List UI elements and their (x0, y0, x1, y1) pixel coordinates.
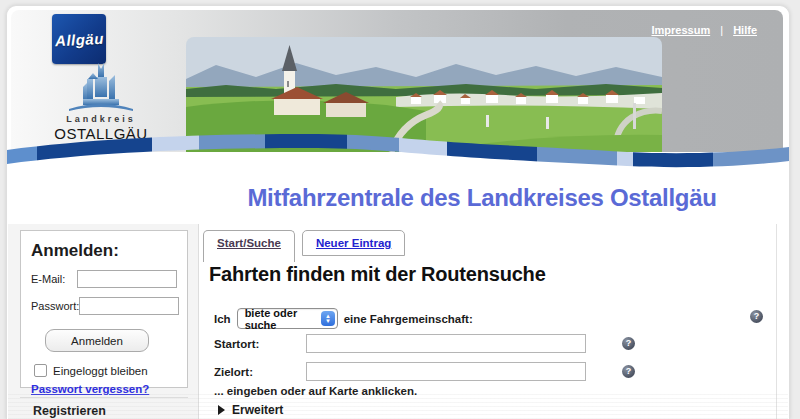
allgau-logo-text: Allgäu (54, 29, 104, 49)
expand-arrow-icon (218, 405, 225, 415)
password-field[interactable] (79, 297, 179, 315)
remember-checkbox[interactable] (34, 364, 47, 377)
tab-start-suche[interactable]: Start/Suche (203, 230, 295, 262)
landkreis-logo-line1: Landkreis (43, 114, 159, 124)
content-card: Allgäu Landkreis OSTALLGÄU (6, 5, 790, 419)
tab-bar: Start/Suche Neuer Eintrag (203, 230, 405, 262)
fahrt-type-select[interactable]: biete oder suche ▲ ▼ (237, 308, 338, 329)
help-icon-fahrt-type[interactable]: ? (750, 310, 763, 323)
page-title: Mitfahrzentrale des Landkreises Ostallgä… (192, 184, 772, 212)
map-hint-text: ... eingeben oder auf Karte anklicken. (214, 385, 417, 397)
links-separator: | (720, 24, 723, 36)
zielort-input[interactable] (306, 362, 586, 381)
zielort-label: Zielort: (214, 366, 306, 378)
login-box: Anmelden: E-Mail: Passwort: Anmelden Ein… (20, 230, 188, 388)
hilfe-link[interactable]: Hilfe (733, 24, 757, 36)
select-stepper-icon: ▲ ▼ (321, 311, 334, 326)
castle-icon (65, 63, 137, 113)
allgau-logo[interactable]: Allgäu (52, 14, 106, 64)
remember-label: Eingeloggt bleiben (53, 365, 148, 377)
startort-input[interactable] (306, 334, 586, 353)
login-button[interactable]: Anmelden (45, 329, 149, 352)
bottom-texture (8, 394, 788, 419)
sidebar: Anmelden: E-Mail: Passwort: Anmelden Ein… (8, 224, 199, 419)
impressum-link[interactable]: Impressum (651, 24, 710, 36)
after-select-label: eine Fahrgemeinschaft: (344, 313, 473, 325)
startort-row: Startort: ? (214, 334, 635, 353)
fahrt-type-row: Ich biete oder suche ▲ ▼ eine Fahrgemein… (214, 308, 473, 329)
ich-label: Ich (214, 313, 231, 325)
stripe-wave-band (7, 128, 789, 176)
email-label: E-Mail: (31, 273, 77, 285)
tab-neuer-eintrag[interactable]: Neuer Eintrag (302, 230, 405, 256)
email-field[interactable] (77, 270, 177, 288)
startort-label: Startort: (214, 338, 306, 350)
erweitert-toggle[interactable]: Erweitert (218, 403, 283, 417)
login-heading: Anmelden: (31, 241, 177, 261)
content-right-border (776, 224, 777, 419)
fahrt-type-selected-value: biete oder suche (245, 307, 322, 331)
main-heading: Fahrten finden mit der Routensuche (209, 263, 546, 286)
erweitert-label: Erweitert (232, 403, 283, 417)
header-links: Impressum | Hilfe (651, 24, 757, 36)
page: Allgäu Landkreis OSTALLGÄU (0, 0, 800, 419)
help-icon-startort[interactable]: ? (622, 337, 635, 350)
help-icon-zielort[interactable]: ? (622, 365, 635, 378)
password-label: Passwort: (31, 300, 79, 312)
zielort-row: Zielort: ? (214, 362, 635, 381)
